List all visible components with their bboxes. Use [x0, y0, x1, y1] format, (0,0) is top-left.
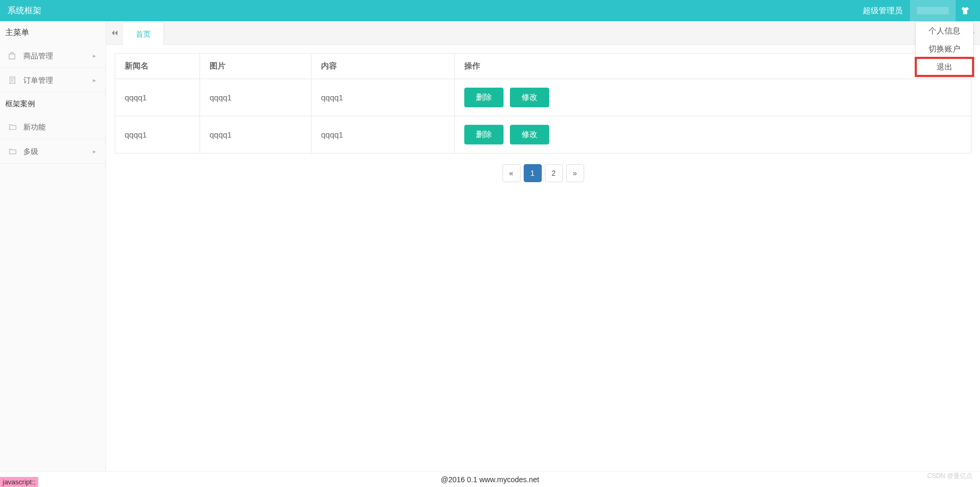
user-dropdown-menu: 个人信息 切换账户 退出 — [915, 21, 974, 76]
dropdown-switch-account[interactable]: 切换账户 — [916, 40, 973, 58]
sidebar-item-orders[interactable]: 订单管理 ▸ — [0, 68, 106, 92]
cell-content: qqqq1 — [311, 116, 455, 153]
cell-content: qqqq1 — [311, 79, 455, 116]
sidebar-item-multilevel[interactable]: 多级 ▸ — [0, 139, 106, 164]
delete-button[interactable]: 删除 — [464, 88, 504, 107]
page-prev[interactable]: « — [502, 164, 521, 182]
content-area: 新闻名 图片 内容 操作 qqqq1qqqq1qqqq1删除修改qqqq1qqq… — [106, 45, 980, 471]
user-dropdown-toggle[interactable] — [910, 0, 956, 21]
tabs-scroll-left[interactable] — [106, 21, 123, 45]
document-icon — [8, 76, 19, 84]
th-content: 内容 — [311, 54, 455, 79]
cell-image: qqqq1 — [200, 116, 311, 153]
app-header: 系统框架 超级管理员 — [0, 0, 980, 21]
page-next[interactable]: » — [566, 164, 584, 182]
app-title: 系统框架 — [5, 5, 41, 16]
user-avatar-placeholder — [917, 7, 949, 14]
sidebar-item-label: 新功能 — [23, 115, 46, 139]
status-corner: javascript:; — [0, 477, 38, 487]
pagination: « 12 » — [115, 164, 972, 182]
data-table: 新闻名 图片 内容 操作 qqqq1qqqq1qqqq1删除修改qqqq1qqq… — [115, 53, 972, 153]
main-container: 主菜单 商品管理 ▸ 订单管理 ▸ 框架案例 新功能 多 — [0, 21, 980, 471]
cell-name: qqqq1 — [115, 116, 200, 153]
th-name: 新闻名 — [115, 54, 200, 79]
header-right: 超级管理员 — [855, 0, 975, 21]
footer: @2016 0.1 www.mycodes.net CSDN @曼亿点 — [0, 471, 980, 487]
page-1[interactable]: 1 — [524, 164, 542, 182]
edit-button[interactable]: 修改 — [510, 125, 549, 144]
th-action: 操作 — [455, 54, 972, 79]
cell-image: qqqq1 — [200, 79, 311, 116]
folder-icon — [8, 123, 19, 131]
shirt-icon[interactable] — [956, 6, 975, 15]
admin-label: 超级管理员 — [855, 0, 910, 21]
dropdown-logout[interactable]: 退出 — [916, 58, 973, 76]
cell-actions: 删除修改 — [455, 79, 972, 116]
tab-home[interactable]: 首页 — [123, 22, 164, 45]
dropdown-profile[interactable]: 个人信息 — [916, 22, 973, 40]
chevron-right-icon: ▸ — [93, 44, 96, 68]
sidebar-main-title: 主菜单 — [0, 21, 106, 44]
table-row: qqqq1qqqq1qqqq1删除修改 — [115, 116, 972, 153]
folder-icon — [8, 147, 19, 156]
page-2[interactable]: 2 — [545, 164, 563, 182]
sidebar-item-newfeature[interactable]: 新功能 — [0, 115, 106, 139]
table-row: qqqq1qqqq1qqqq1删除修改 — [115, 79, 972, 116]
cell-name: qqqq1 — [115, 79, 200, 116]
edit-button[interactable]: 修改 — [510, 88, 549, 107]
sidebar-item-label: 多级 — [23, 139, 38, 164]
delete-button[interactable]: 删除 — [464, 125, 504, 144]
chevron-right-icon: ▸ — [93, 139, 96, 164]
sidebar-item-label: 商品管理 — [23, 44, 53, 68]
bag-icon — [8, 52, 19, 60]
th-image: 图片 — [200, 54, 311, 79]
main-area: 首页 新闻名 图片 内容 操作 qqqq1qqqq1qqqq1删除修改qqqq1… — [106, 21, 980, 471]
table-header-row: 新闻名 图片 内容 操作 — [115, 54, 972, 79]
sidebar-section-title: 框架案例 — [0, 92, 106, 115]
sidebar-item-products[interactable]: 商品管理 ▸ — [0, 44, 106, 68]
tabs-bar: 首页 — [106, 21, 980, 45]
cell-actions: 删除修改 — [455, 116, 972, 153]
chevron-right-icon: ▸ — [93, 68, 96, 92]
footer-watermark: CSDN @曼亿点 — [927, 468, 973, 484]
footer-text: @2016 0.1 www.mycodes.net — [441, 475, 539, 484]
sidebar-item-label: 订单管理 — [23, 68, 53, 92]
sidebar: 主菜单 商品管理 ▸ 订单管理 ▸ 框架案例 新功能 多 — [0, 21, 106, 471]
